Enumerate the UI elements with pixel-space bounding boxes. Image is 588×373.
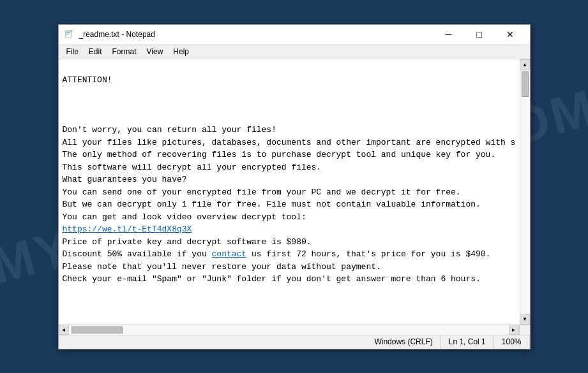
line-contact-link[interactable]: contact	[212, 249, 247, 259]
svg-rect-3	[66, 34, 68, 34]
close-button[interactable]: ✕	[495, 25, 525, 44]
editor-content[interactable]: ATTENTION! Don't worry, you can return a…	[59, 59, 520, 325]
menu-view[interactable]: View	[142, 46, 169, 57]
menu-edit[interactable]: Edit	[84, 46, 107, 57]
menu-file[interactable]: File	[61, 46, 84, 57]
menu-help[interactable]: Help	[168, 46, 194, 57]
svg-rect-1	[66, 32, 70, 33]
status-zoom: 100%	[494, 335, 530, 349]
svg-rect-2	[66, 33, 70, 33]
minimize-button[interactable]: ─	[434, 25, 464, 44]
line-attention: ATTENTION!	[63, 75, 112, 85]
maximize-button[interactable]: □	[465, 25, 494, 44]
svg-rect-4	[70, 30, 72, 33]
scrollbar-corner	[520, 325, 530, 335]
notepad-icon	[64, 29, 74, 40]
scroll-thumb-h[interactable]	[72, 326, 123, 333]
scroll-track-v[interactable]	[520, 70, 530, 314]
notepad-window: _readme.txt - Notepad ─ □ ✕ File Edit Fo…	[58, 24, 531, 349]
window-title: _readme.txt - Notepad	[79, 30, 434, 39]
scroll-track-h[interactable]	[69, 325, 509, 335]
menu-bar: File Edit Format View Help	[59, 45, 530, 59]
line-dont-worry: Don't worry, you can return all your fil…	[63, 125, 516, 222]
status-position: Ln 1, Col 1	[441, 335, 494, 349]
scroll-up-button[interactable]: ▲	[520, 59, 530, 70]
title-bar: _readme.txt - Notepad ─ □ ✕	[59, 25, 530, 45]
status-encoding: Windows (CRLF)	[366, 335, 441, 349]
window-controls: ─ □ ✕	[434, 25, 525, 44]
horizontal-scrollbar: ◄ ►	[59, 325, 520, 335]
scroll-left-button[interactable]: ◄	[59, 325, 69, 335]
editor-area: ATTENTION! Don't worry, you can return a…	[59, 59, 530, 325]
menu-format[interactable]: Format	[107, 46, 142, 57]
scroll-thumb-v[interactable]	[522, 71, 529, 97]
scroll-down-button[interactable]: ▼	[520, 314, 530, 325]
bottom-area: ◄ ►	[59, 325, 530, 335]
scroll-right-button[interactable]: ►	[509, 325, 519, 335]
vertical-scrollbar: ▲ ▼	[520, 59, 530, 325]
status-bar: Windows (CRLF) Ln 1, Col 1 100%	[59, 335, 530, 349]
line-url[interactable]: https://we.tl/t-EtT4dX8q3X	[63, 224, 192, 234]
